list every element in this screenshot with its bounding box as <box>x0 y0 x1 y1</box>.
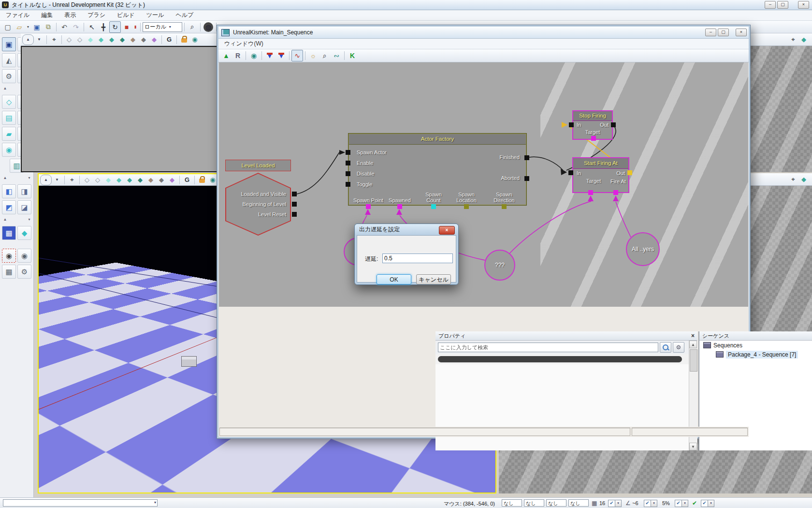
search-input[interactable] <box>438 343 658 352</box>
new-file-button[interactable]: ▢ <box>2 21 14 33</box>
scrollbar-thumb[interactable] <box>690 349 697 372</box>
view-shadercomplexity-icon[interactable]: ◆ <box>156 175 167 185</box>
sidebar-group-collapse[interactable]: ▲ ▾ <box>3 217 30 223</box>
actor-class-combobox[interactable]: ▾ <box>3 499 158 507</box>
view-texturedensity-icon[interactable]: ◆ <box>128 35 138 45</box>
viewport-collapse-button[interactable]: ▲ <box>40 175 52 185</box>
hide-connectors-eye-button[interactable]: ◉ <box>248 50 260 61</box>
invert-selection-button[interactable]: ▦ <box>2 265 16 279</box>
start-firing-in-label[interactable]: In <box>577 170 581 176</box>
connector-loaded-and-visible[interactable] <box>292 192 297 196</box>
node-stop-firing[interactable]: Stop Firing In Out Target <box>572 110 613 140</box>
open-dropdown[interactable]: ▾ <box>25 21 31 33</box>
csg-intersect-button[interactable]: ◩ <box>2 200 16 214</box>
wire-unknown-target[interactable] <box>509 201 591 254</box>
connector-spawn-actor[interactable] <box>346 150 350 155</box>
view-lit-icon[interactable]: ◆ <box>96 35 106 45</box>
menu-edit[interactable]: 編集 <box>35 10 58 20</box>
view-unlit-icon[interactable]: ◆ <box>103 175 114 185</box>
view-shadercomplexity-icon[interactable]: ◆ <box>138 35 149 45</box>
scroll-down-icon[interactable]: ▼ <box>689 443 697 450</box>
input-toggle[interactable]: Toggle <box>357 179 387 190</box>
kismet-graph-canvas[interactable]: Level Loaded Loaded and Visible Beginnin… <box>219 62 748 307</box>
content-browser-button[interactable]: ◍ <box>203 22 213 32</box>
connector-enable[interactable] <box>346 161 350 165</box>
viewport-collapse-button[interactable]: ▲ <box>22 34 34 45</box>
grid-snap-checkbox[interactable]: ✔ <box>608 500 615 507</box>
menu-file[interactable]: ファイル <box>0 10 35 20</box>
hide-selection-button[interactable]: ◉ <box>17 249 31 263</box>
search-options-button[interactable]: ⚙ <box>673 342 684 353</box>
search-kismet-button[interactable]: ⌕ <box>319 50 331 61</box>
view-wireframe-icon[interactable]: ◇ <box>64 35 74 45</box>
rotation-snap-dropdown[interactable]: ▾ <box>651 500 657 507</box>
grid-snap-dropdown[interactable]: ▾ <box>615 500 622 507</box>
tree-item-sequences-root[interactable]: Sequences <box>699 341 812 350</box>
connector-start-firing-target[interactable] <box>588 190 593 195</box>
camera-mode-button[interactable]: ▣ <box>2 37 16 51</box>
view-lightmapdensity-icon[interactable]: ◆ <box>167 175 177 185</box>
lock-viewport-icon[interactable] <box>197 175 207 185</box>
node-actor-factory[interactable]: Actor Factory Spawn Actor Enable Disable… <box>348 134 526 205</box>
show-selection-button[interactable]: ◉ <box>2 249 16 263</box>
node-variable-unknown[interactable]: ??? <box>484 250 515 281</box>
lock-viewport-icon[interactable] <box>179 35 189 45</box>
search-icon-button[interactable] <box>660 342 671 353</box>
view-lit-icon[interactable]: ◆ <box>114 175 124 185</box>
viewport-options-dropdown[interactable]: ▼ <box>52 175 62 185</box>
connector-disable[interactable] <box>346 171 350 176</box>
add-special-button[interactable]: ◆ <box>17 226 31 240</box>
connector-var-spawn-point[interactable] <box>366 204 371 209</box>
start-firing-out-label[interactable]: Out <box>616 170 625 176</box>
menu-help[interactable]: ヘルプ <box>170 10 199 20</box>
menu-view[interactable]: 表示 <box>58 10 82 20</box>
static-mesh-box[interactable] <box>181 356 197 367</box>
collapsed-category-bar[interactable] <box>438 356 682 362</box>
view-lightcomplexity-icon[interactable]: ◆ <box>117 35 128 45</box>
update-lighting-button[interactable]: ☼ <box>307 50 319 61</box>
connector-var-spawn-count[interactable] <box>431 204 436 209</box>
menu-tools[interactable]: ツール <box>141 10 170 20</box>
select-tool-button[interactable]: ↖ <box>86 21 98 33</box>
scale-snap-dropdown[interactable]: ▾ <box>682 500 688 507</box>
breakpoint-set-button[interactable] <box>264 50 276 61</box>
view-wireframe-icon[interactable]: ◇ <box>82 175 92 185</box>
dialog-close-button[interactable]: × <box>439 226 455 235</box>
node-variable-all-players[interactable]: All ..yers <box>626 232 660 266</box>
actor-widget-icon[interactable]: ⌖ <box>788 175 798 184</box>
actor-widget-icon[interactable]: ⌖ <box>49 35 59 45</box>
view-brushwire-icon[interactable]: ◇ <box>92 175 103 185</box>
redo-button[interactable]: ↷ <box>70 21 82 33</box>
brush-spiral-stairs-button[interactable]: ◉ <box>2 143 16 157</box>
kismet-menu-window[interactable]: ウィンドウ(W) <box>218 39 269 49</box>
view-unlit-icon[interactable]: ◆ <box>85 35 96 45</box>
connector-var-spawned[interactable] <box>397 204 402 209</box>
menu-build[interactable]: ビルド <box>111 10 141 20</box>
connector-var-spawn-direction[interactable] <box>502 204 507 209</box>
connector-finished[interactable] <box>524 155 529 160</box>
connector-toggle[interactable] <box>346 182 350 187</box>
curved-connections-button[interactable]: ∿ <box>291 50 303 61</box>
connector-beginning-of-level[interactable] <box>292 202 297 207</box>
open-debugger-button[interactable]: ∾ <box>331 50 342 61</box>
game-view-button[interactable]: G <box>182 175 192 185</box>
kismet-minimize-button[interactable]: – <box>705 29 716 36</box>
wire-allplayers-fireat[interactable] <box>616 202 631 237</box>
wire-finished-startfiring[interactable] <box>529 157 563 170</box>
delay-value-input[interactable] <box>382 254 453 263</box>
copy-button[interactable]: ⧉ <box>43 21 54 33</box>
connector-var-spawn-location[interactable] <box>464 204 469 209</box>
input-disable[interactable]: Disable <box>357 168 387 179</box>
kismet-title-bar[interactable]: UnrealKismet: Main_Sequence – ▢ × <box>218 27 749 39</box>
variable-spawn-direction[interactable]: Spawn Direction <box>487 192 521 203</box>
variable-spawn-point[interactable]: Spawn Point <box>353 197 384 203</box>
search-actors-button[interactable]: ⌕ <box>187 21 198 33</box>
node-start-firing-at[interactable]: Start Firing At In Out Target Fire At <box>572 157 629 193</box>
actor-widget-icon[interactable]: ⌖ <box>67 175 77 185</box>
view-lit-icon[interactable]: ◆ <box>798 175 809 184</box>
variable-spawn-count[interactable]: Spawn Count <box>418 192 450 203</box>
start-firing-fire-at-label[interactable]: Fire At <box>610 178 626 185</box>
add-volume-button[interactable]: ▦ <box>2 226 16 240</box>
output-level-reset[interactable]: Level Reset <box>241 209 286 220</box>
output-loaded-and-visible[interactable]: Loaded and Visible <box>241 189 286 199</box>
